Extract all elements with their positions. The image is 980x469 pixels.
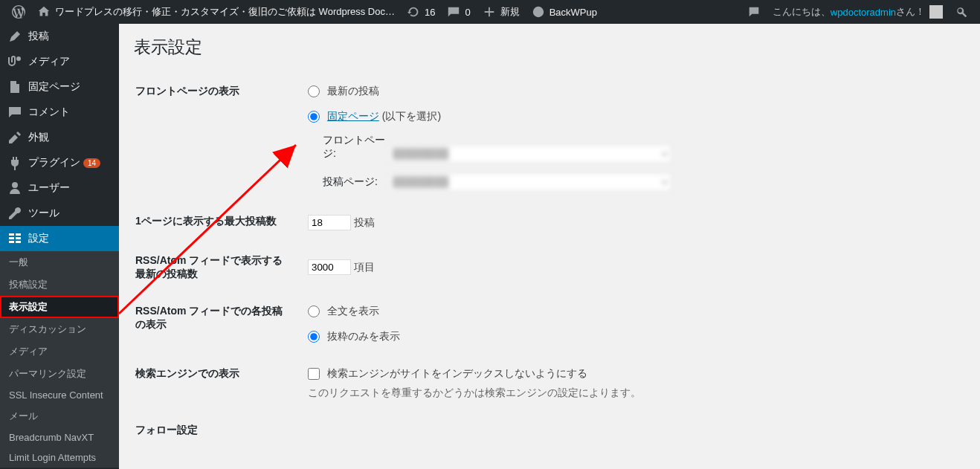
menu-comments[interactable]: コメント (0, 100, 119, 125)
plus-icon (483, 5, 496, 19)
account-greeting[interactable]: こんにちは、 wpdoctoradmin さん！ (767, 0, 949, 24)
posts-per-page-heading: 1ページに表示する最大投稿数 (135, 204, 299, 242)
backwpup-label: BackWPup (549, 7, 597, 18)
front-page-select-label: フロントページ: (323, 134, 386, 161)
rss-full-radio[interactable] (308, 305, 320, 317)
frontpage-latest-radio[interactable] (308, 85, 320, 97)
admin-menu: 投稿 メディア 固定ページ コメント 外観 プラグイン14 ユーザー ツール 設… (0, 24, 119, 469)
submenu-breadcrumb[interactable]: Breadcrumb NavXT (0, 427, 119, 447)
submenu-ssl[interactable]: SSL Insecure Content (0, 385, 119, 405)
seo-description: このリクエストを尊重するかどうかは検索エンジンの設定によります。 (308, 386, 956, 400)
seo-heading: 検索エンジンでの表示 (135, 356, 299, 411)
search-toggle[interactable] (949, 0, 974, 24)
updates-link[interactable]: 16 (401, 0, 441, 24)
seo-checkbox-label[interactable]: 検索エンジンがサイトをインデックスしないようにする (308, 367, 587, 379)
rss-excerpt-option[interactable]: 抜粋のみを表示 (308, 330, 400, 342)
submenu-lla[interactable]: Limit Login Attempts (0, 447, 119, 468)
greeting-suffix: さん！ (896, 5, 925, 19)
static-page-link[interactable]: 固定ページ (327, 110, 379, 122)
menu-pages[interactable]: 固定ページ (0, 74, 119, 100)
frontpage-static-option[interactable]: 固定ページ (以下を選択) (308, 110, 441, 122)
menu-tools[interactable]: ツール (0, 201, 119, 226)
menu-plugins[interactable]: プラグイン14 (0, 150, 119, 175)
plugins-badge: 14 (83, 158, 100, 168)
svg-rect-5 (16, 237, 21, 239)
menu-appearance[interactable]: 外観 (0, 125, 119, 150)
submenu-writing[interactable]: 投稿設定 (0, 274, 119, 296)
notification-icon[interactable] (741, 0, 767, 24)
backwpup-icon (532, 5, 545, 19)
site-title-link[interactable]: ワードプレスの移行・修正・カスタマイズ・復旧のご依頼は Wordpress Do… (31, 0, 401, 24)
submenu-mail[interactable]: メール (0, 405, 119, 427)
frontpage-static-radio[interactable] (308, 111, 320, 123)
greeting-prefix: こんにちは、 (773, 5, 831, 19)
menu-posts[interactable]: 投稿 (0, 24, 119, 49)
update-count: 16 (425, 7, 435, 18)
site-title-text: ワードプレスの移行・修正・カスタマイズ・復旧のご依頼は Wordpress Do… (55, 5, 395, 19)
svg-rect-2 (9, 233, 14, 236)
submenu-discussion[interactable]: ディスカッション (0, 318, 119, 340)
frontpage-latest-option[interactable]: 最新の投稿 (308, 85, 379, 97)
new-content-link[interactable]: 新規 (477, 0, 526, 24)
svg-point-1 (16, 56, 21, 61)
follow-heading: フォロー設定 (135, 413, 299, 448)
content-area: 表示設定 フロントページの表示 最新の投稿 固定ページ (以下を選択) フロント… (119, 24, 980, 469)
settings-submenu: 一般 投稿設定 表示設定 ディスカッション メディア パーマリンク設定 SSL … (0, 251, 119, 468)
rss-count-heading: RSS/Atom フィードで表示する最新の投稿数 (135, 243, 299, 292)
wp-logo[interactable] (6, 0, 31, 24)
submenu-general[interactable]: 一般 (0, 251, 119, 274)
svg-point-0 (532, 7, 543, 17)
rss-excerpt-radio[interactable] (308, 331, 320, 343)
frontpage-heading: フロントページの表示 (135, 74, 299, 202)
rss-full-option[interactable]: 全文を表示 (308, 305, 379, 317)
submenu-reading[interactable]: 表示設定 (0, 296, 119, 318)
svg-rect-7 (16, 241, 21, 243)
home-icon (37, 5, 51, 19)
menu-settings[interactable]: 設定 (0, 226, 119, 251)
avatar (929, 5, 943, 19)
rss-format-heading: RSS/Atom フィードでの各投稿の表示 (135, 294, 299, 355)
svg-rect-6 (9, 241, 14, 243)
search-icon (955, 5, 968, 19)
posts-page-select-label: 投稿ページ: (323, 175, 386, 189)
backwpup-link[interactable]: BackWPup (526, 0, 603, 24)
rss-count-input[interactable] (308, 259, 351, 275)
menu-users[interactable]: ユーザー (0, 175, 119, 201)
seo-noindex-checkbox[interactable] (308, 368, 320, 380)
submenu-media[interactable]: メディア (0, 340, 119, 363)
greeting-user: wpdoctoradmin (831, 7, 896, 18)
front-page-select[interactable]: ████████ (389, 145, 671, 163)
comments-link[interactable]: 0 (441, 0, 476, 24)
comment-count: 0 (465, 7, 470, 18)
posts-page-select[interactable]: ████████ (389, 173, 671, 191)
new-label: 新規 (500, 5, 520, 19)
menu-media[interactable]: メディア (0, 49, 119, 74)
svg-rect-4 (9, 237, 14, 239)
admin-bar: ワードプレスの移行・修正・カスタマイズ・復旧のご依頼は Wordpress Do… (0, 0, 980, 24)
submenu-permalink[interactable]: パーマリンク設定 (0, 363, 119, 385)
page-title: 表示設定 (134, 36, 965, 59)
comment-icon (447, 5, 460, 19)
update-icon (407, 5, 420, 19)
svg-rect-3 (16, 233, 21, 236)
posts-per-page-input[interactable] (308, 215, 351, 230)
